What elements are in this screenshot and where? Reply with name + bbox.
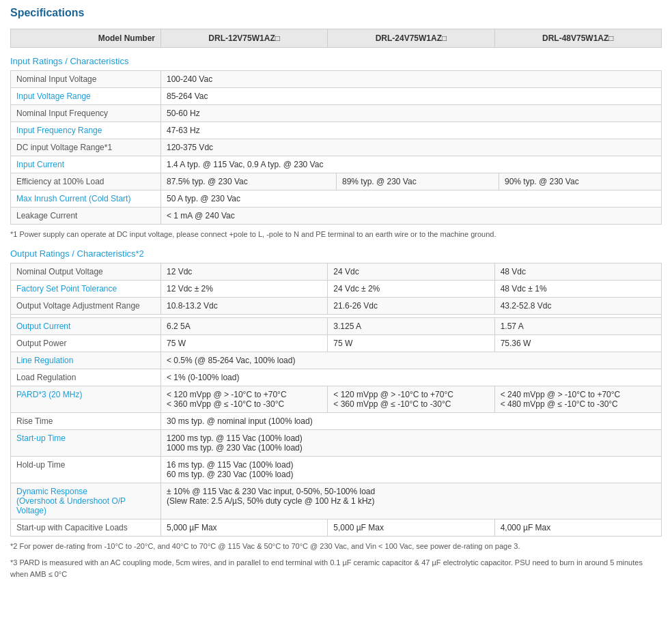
param-label: Input Voltage Range: [11, 88, 161, 105]
param-value: 24 Vdc: [328, 263, 494, 280]
param-value: 5,000 µF Max: [161, 519, 328, 536]
param-value: 21.6-26 Vdc: [328, 297, 494, 314]
model-header-table: Model Number DRL-12V75W1AZ□ DRL-24V75W1A…: [10, 29, 662, 48]
output-table: Nominal Output Voltage12 Vdc24 Vdc48 Vdc…: [10, 263, 662, 537]
table-row: Output Current6.2 5A3.125 A1.57 A: [11, 317, 662, 334]
table-row: Leakage Current< 1 mA @ 240 Vac: [11, 208, 662, 225]
table-row: Start-up with Capacitive Loads5,000 µF M…: [11, 519, 662, 536]
param-value: 90% typ. @ 230 Vac: [499, 173, 661, 190]
param-value: 1.4 A typ. @ 115 Vac, 0.9 A typ. @ 230 V…: [161, 156, 662, 173]
table-row: Output Power75 W75 W75.36 W: [11, 334, 662, 352]
param-value: < 120 mVpp @ > -10°C to +70°C < 360 mVpp…: [161, 386, 328, 412]
param-value: 12 Vdc: [161, 263, 328, 280]
table-row: Rise Time30 ms typ. @ nominal input (100…: [11, 412, 662, 429]
param-label: Output Power: [11, 334, 161, 352]
param-label: PARD*3 (20 MHz): [11, 386, 161, 412]
param-value: 85-264 Vac: [161, 88, 662, 105]
param-value: 75.36 W: [494, 334, 661, 352]
output-footnote2: *3 PARD is measured with an AC coupling …: [10, 557, 662, 580]
output-footnote1: *2 For power de-rating from -10°C to -20…: [10, 541, 662, 552]
param-value: 10.8-13.2 Vdc: [161, 297, 328, 314]
param-value: 5,000 µF Max: [328, 519, 494, 536]
param-label: Input Frequency Range: [11, 122, 161, 139]
table-row: Input Frequency Range47-63 Hz: [11, 122, 662, 139]
table-row: Max Inrush Current (Cold Start)50 A typ.…: [11, 190, 662, 208]
param-label: Factory Set Point Tolerance: [11, 280, 161, 297]
page-title: Specifications: [10, 7, 662, 19]
param-value: < 0.5% (@ 85-264 Vac, 100% load): [161, 352, 662, 369]
table-row: DC input Voltage Range*1120-375 Vdc: [11, 139, 662, 156]
param-label: DC input Voltage Range*1: [11, 139, 161, 156]
param-label: Max Inrush Current (Cold Start): [11, 190, 161, 208]
table-row: Nominal Output Voltage12 Vdc24 Vdc48 Vdc: [11, 263, 662, 280]
table-row: Start-up Time1200 ms typ. @ 115 Vac (100…: [11, 429, 662, 456]
param-value: 4,000 µF Max: [494, 519, 661, 536]
table-row: Dynamic Response (Overshoot & Undershoot…: [11, 483, 662, 519]
param-value: 100-240 Vac: [161, 71, 662, 88]
table-row: Output Voltage Adjustment Range10.8-13.2…: [11, 297, 662, 314]
model-col3-header: DRL-48V75W1AZ□: [494, 29, 661, 48]
param-value: 1.57 A: [494, 317, 661, 334]
param-label: Rise Time: [11, 412, 161, 429]
param-label: Nominal Output Voltage: [11, 263, 161, 280]
param-label: Nominal Input Frequency: [11, 105, 161, 122]
input-section-title: Input Ratings / Characteristics: [10, 56, 662, 66]
param-label: Efficiency at 100% Load: [11, 173, 161, 190]
input-footnote: *1 Power supply can operate at DC input …: [10, 229, 662, 240]
model-col1-header: DRL-12V75W1AZ□: [161, 29, 328, 48]
table-row: Line Regulation< 0.5% (@ 85-264 Vac, 100…: [11, 352, 662, 369]
table-row: Nominal Input Frequency50-60 Hz: [11, 105, 662, 122]
param-value: 3.125 A: [328, 317, 494, 334]
param-value: < 240 mVpp @ > -10°C to +70°C < 480 mVpp…: [494, 386, 661, 412]
table-row: Input Current1.4 A typ. @ 115 Vac, 0.9 A…: [11, 156, 662, 173]
param-value: < 1% (0-100% load): [161, 369, 662, 386]
param-label: Start-up with Capacitive Loads: [11, 519, 161, 536]
param-value: 50 A typ. @ 230 Vac: [161, 190, 662, 208]
param-label: Load Regulation: [11, 369, 161, 386]
param-label: Dynamic Response (Overshoot & Undershoot…: [11, 483, 161, 519]
param-value: 75 W: [328, 334, 494, 352]
param-value: 47-63 Hz: [161, 122, 662, 139]
table-row: Factory Set Point Tolerance12 Vdc ± 2%24…: [11, 280, 662, 297]
param-value: 89% typ. @ 230 Vac: [336, 173, 499, 190]
param-label: Line Regulation: [11, 352, 161, 369]
table-row: Efficiency at 100% Load87.5% typ. @ 230 …: [11, 173, 662, 190]
param-value: 75 W: [161, 334, 328, 352]
param-value: 16 ms typ. @ 115 Vac (100% load) 60 ms t…: [161, 456, 662, 483]
param-label: Hold-up Time: [11, 456, 161, 483]
param-value: 1200 ms typ. @ 115 Vac (100% load) 1000 …: [161, 429, 662, 456]
param-value: 43.2-52.8 Vdc: [494, 297, 661, 314]
param-value: 30 ms typ. @ nominal input (100% load): [161, 412, 662, 429]
param-value: 48 Vdc ± 1%: [494, 280, 661, 297]
param-value: 24 Vdc ± 2%: [328, 280, 494, 297]
param-value: 12 Vdc ± 2%: [161, 280, 328, 297]
param-value: 87.5% typ. @ 230 Vac: [161, 173, 337, 190]
param-label: Output Voltage Adjustment Range: [11, 297, 161, 314]
param-label: Start-up Time: [11, 429, 161, 456]
param-label: Input Current: [11, 156, 161, 173]
output-section-title: Output Ratings / Characteristics*2: [10, 248, 662, 259]
param-value: < 120 mVpp @ > -10°C to +70°C < 360 mVpp…: [328, 386, 494, 412]
model-number-label: Model Number: [11, 29, 161, 48]
table-row: Nominal Input Voltage100-240 Vac: [11, 71, 662, 88]
table-row: Input Voltage Range85-264 Vac: [11, 88, 662, 105]
param-label: Nominal Input Voltage: [11, 71, 161, 88]
model-col2-header: DRL-24V75W1AZ□: [328, 29, 494, 48]
param-value: 6.2 5A: [161, 317, 328, 334]
param-value: < 1 mA @ 240 Vac: [161, 208, 662, 225]
param-value: 120-375 Vdc: [161, 139, 662, 156]
input-table: Nominal Input Voltage100-240 VacInput Vo…: [10, 70, 662, 225]
table-row: Load Regulation< 1% (0-100% load): [11, 369, 662, 386]
table-row: PARD*3 (20 MHz)< 120 mVpp @ > -10°C to +…: [11, 386, 662, 412]
param-value: 48 Vdc: [494, 263, 661, 280]
param-label: Output Current: [11, 317, 161, 334]
param-value: ± 10% @ 115 Vac & 230 Vac input, 0-50%, …: [161, 483, 662, 519]
param-value: 50-60 Hz: [161, 105, 662, 122]
param-label: Leakage Current: [11, 208, 161, 225]
table-row: Hold-up Time16 ms typ. @ 115 Vac (100% l…: [11, 456, 662, 483]
